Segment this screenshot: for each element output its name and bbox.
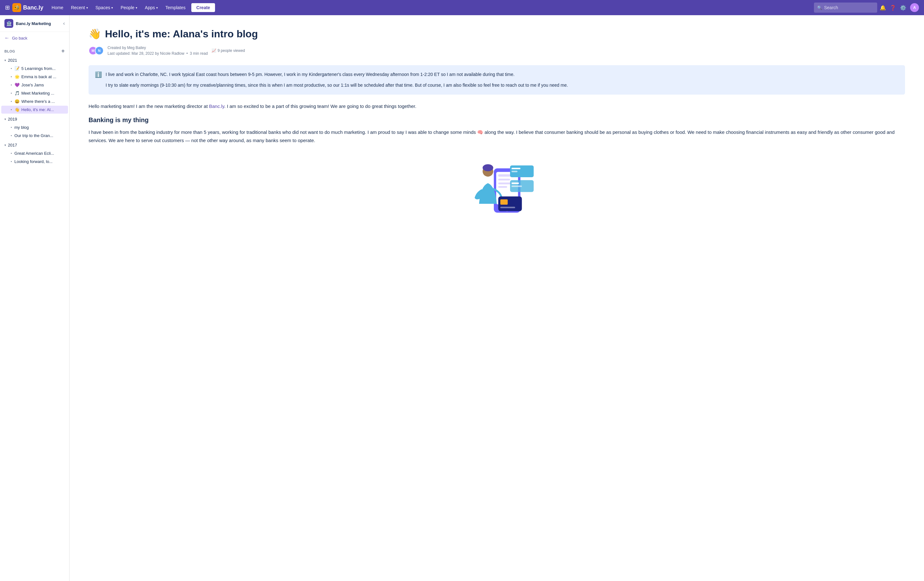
- notifications-icon[interactable]: 🔔: [878, 3, 887, 12]
- topnav: ⊞ 🐝 Banc.ly Home Recent ▾ Spaces ▾ Peopl…: [0, 0, 924, 15]
- item-emoji: 😄: [15, 99, 20, 104]
- logo-mark: 🐝: [12, 3, 21, 12]
- svg-rect-4: [498, 179, 510, 181]
- year-2019-toggle[interactable]: ▾ 2019: [0, 115, 69, 123]
- user-avatar[interactable]: A: [910, 3, 919, 12]
- svg-rect-10: [512, 168, 520, 169]
- sidebar-section-label: BLOG +: [0, 44, 69, 56]
- search-box[interactable]: 🔍 Search: [814, 3, 877, 13]
- nav-apps[interactable]: Apps ▾: [142, 0, 161, 15]
- sidebar-item-lookingforward[interactable]: • Looking forward, lo...: [1, 157, 68, 166]
- views-count: 9 people viewed: [218, 48, 245, 53]
- svg-rect-6: [498, 186, 507, 188]
- intro-paragraph: Hello marketing team! I am the new marke…: [89, 102, 905, 111]
- search-placeholder: Search: [824, 5, 838, 10]
- bullet-icon: •: [11, 100, 12, 103]
- nav-recent[interactable]: Recent ▾: [68, 0, 91, 15]
- bullet-icon: •: [11, 83, 12, 87]
- settings-icon[interactable]: ⚙️: [899, 3, 908, 12]
- year-chevron-2021: ▾: [5, 58, 6, 62]
- year-label-2021: 2021: [8, 58, 17, 63]
- sidebar-item-myblog[interactable]: • my blog: [1, 123, 68, 131]
- item-emoji: 🌟: [15, 74, 20, 79]
- item-text: 5 Learnings from...: [21, 66, 56, 71]
- sidebar-add-button[interactable]: +: [61, 48, 65, 55]
- views-chart-icon: 📈: [211, 48, 216, 53]
- svg-rect-16: [500, 199, 508, 205]
- year-group-2017: ▾ 2017 • Great American Ecli... • Lookin…: [0, 141, 69, 166]
- sidebar-collapse-button[interactable]: ‹: [63, 21, 65, 26]
- year-label-2019: 2019: [8, 117, 17, 121]
- page-title: Hello, it's me: Alana's intro blog: [105, 28, 258, 40]
- nav-spaces[interactable]: Spaces ▾: [92, 0, 116, 15]
- main-content: 👋 Hello, it's me: Alana's intro blog M N…: [69, 15, 924, 581]
- sidebar-item-emma[interactable]: • 🌟 Emma is back at ...: [1, 73, 68, 81]
- layout: 🏦 Banc.ly Marketing ‹ ← Go back BLOG + ▾…: [0, 15, 924, 581]
- sidebar-item-greatamerican[interactable]: • Great American Ecli...: [1, 149, 68, 157]
- info-box-content: I live and work in Charlotte, NC. I work…: [106, 71, 568, 89]
- bullet-icon: •: [11, 91, 12, 95]
- year-2017-toggle[interactable]: ▾ 2017: [0, 141, 69, 149]
- sidebar-item-ourtrip[interactable]: • Our trip to the Gran...: [1, 132, 68, 139]
- year-2021-toggle[interactable]: ▾ 2021: [0, 56, 69, 64]
- sidebar-item-wherethere[interactable]: • 😄 Where there's a ...: [1, 98, 68, 105]
- year-chevron-2019: ▾: [5, 118, 6, 121]
- page-meta-text: Created by Meg Bailey Last updated: Mar …: [107, 45, 208, 56]
- year-label-2017: 2017: [8, 143, 17, 147]
- created-by: Created by Meg Bailey: [107, 45, 208, 51]
- year-group-2019: ▾ 2019 • my blog • Our trip to the Gran.…: [0, 115, 69, 140]
- bullet-icon: •: [11, 134, 12, 137]
- sidebar-item-josejams[interactable]: • 💜 Jose's Jams: [1, 81, 68, 89]
- sidebar-item-meetmarketing[interactable]: • 🎵 Meet Marketing ...: [1, 89, 68, 97]
- item-text: Emma is back at ...: [21, 74, 57, 79]
- nav-people[interactable]: People ▾: [117, 0, 140, 15]
- item-text: my blog: [15, 125, 29, 130]
- year-chevron-2017: ▾: [5, 143, 6, 147]
- item-text: Meet Marketing ...: [21, 91, 54, 96]
- logo-text: Banc.ly: [23, 5, 43, 11]
- item-emoji: 📝: [15, 66, 20, 71]
- last-updated: Last updated: Mar 28, 2022 by Nicole Rad…: [107, 51, 208, 56]
- recent-chevron: ▾: [86, 6, 88, 10]
- nav-home[interactable]: Home: [48, 0, 66, 15]
- people-chevron: ▾: [136, 6, 137, 10]
- item-text: Jose's Jams: [21, 83, 44, 87]
- help-icon[interactable]: ❓: [889, 3, 898, 12]
- bullet-icon: •: [11, 67, 12, 70]
- item-text: Hello, it's me: Al...: [21, 107, 54, 112]
- logo[interactable]: 🐝 Banc.ly: [12, 3, 43, 12]
- section1-text: I have been in from the banking industry…: [89, 128, 905, 144]
- svg-rect-17: [500, 207, 515, 209]
- spaces-chevron: ▾: [111, 6, 113, 10]
- info-paragraph-1: I live and work in Charlotte, NC. I work…: [106, 71, 568, 78]
- go-back-button[interactable]: ← Go back: [0, 32, 69, 44]
- space-icon: 🏦: [5, 19, 13, 28]
- bullet-icon: •: [11, 160, 12, 163]
- sidebar: 🏦 Banc.ly Marketing ‹ ← Go back BLOG + ▾…: [0, 15, 69, 581]
- nav-templates[interactable]: Templates: [162, 0, 189, 15]
- section1-heading: Banking is my thing: [89, 116, 905, 124]
- bullet-icon: •: [11, 108, 12, 111]
- back-icon: ←: [5, 35, 10, 41]
- item-emoji: 🎵: [15, 91, 20, 96]
- item-text: Great American Ecli...: [15, 151, 54, 156]
- item-emoji: 💜: [15, 83, 20, 87]
- sidebar-item-5learnings[interactable]: • 📝 5 Learnings from...: [1, 65, 68, 73]
- page-title-emoji: 👋: [89, 28, 101, 40]
- info-box: ℹ️ I live and work in Charlotte, NC. I w…: [89, 65, 905, 94]
- bullet-icon: •: [11, 126, 12, 129]
- bancly-link[interactable]: Banc.ly: [209, 103, 224, 109]
- page-meta: M N Created by Meg Bailey Last updated: …: [89, 45, 905, 56]
- page-views: 📈 9 people viewed: [211, 48, 245, 53]
- go-back-label: Go back: [12, 36, 27, 40]
- info-icon: ℹ️: [95, 71, 102, 89]
- create-button[interactable]: Create: [191, 3, 215, 12]
- avatar-nicole: N: [95, 46, 104, 55]
- svg-rect-11: [512, 171, 518, 172]
- grid-icon[interactable]: ⊞: [5, 4, 10, 11]
- sidebar-space-header: 🏦 Banc.ly Marketing ‹: [0, 15, 69, 32]
- svg-rect-14: [512, 185, 522, 187]
- year-group-2021: ▾ 2021 • 📝 5 Learnings from... • 🌟 Emma …: [0, 56, 69, 114]
- search-icon: 🔍: [817, 5, 822, 10]
- sidebar-item-hello-active[interactable]: • 👋 Hello, it's me: Al...: [1, 106, 68, 114]
